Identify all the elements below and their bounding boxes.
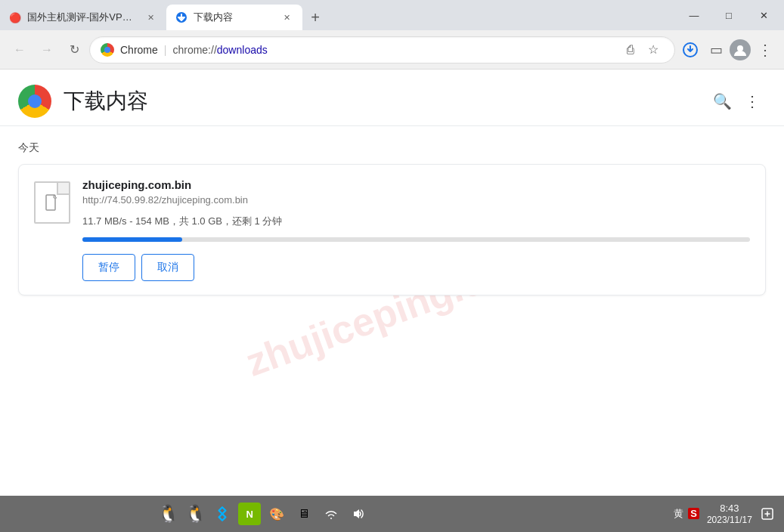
downloads-menu-button[interactable]: ⋮ [739, 88, 766, 115]
back-button[interactable]: ← [8, 38, 32, 62]
new-tab-button[interactable]: + [302, 5, 328, 30]
download-info: zhujiceping.com.bin http://74.50.99.82/z… [82, 178, 750, 281]
download-card: zhujiceping.com.bin http://74.50.99.82/z… [18, 164, 766, 295]
taskbar-icon-nvidia[interactable]: N [238, 503, 261, 525]
tab-active[interactable]: 下载内容 ✕ [166, 5, 302, 30]
reload-button[interactable]: ↻ [62, 38, 86, 62]
profile-button[interactable] [730, 39, 751, 60]
split-button[interactable]: ▭ [704, 38, 728, 62]
tab2-favicon [175, 11, 187, 23]
address-actions: ⎙ ☆ [620, 39, 664, 60]
clock[interactable]: 8:43 2023/11/17 [707, 503, 752, 525]
file-url: http://74.50.99.82/zhujiceping.com.bin [82, 194, 750, 206]
progress-bar-fill [82, 237, 182, 242]
tab2-close-button[interactable]: ✕ [280, 11, 293, 24]
taskbar-icon-qq2[interactable]: 🐧 [184, 503, 206, 525]
taskbar-icon-display[interactable]: 🖥 [293, 503, 315, 525]
clock-date: 2023/11/17 [707, 515, 752, 525]
tray-area: 黄 S 8:43 2023/11/17 [674, 503, 778, 525]
notification-button[interactable] [757, 503, 778, 524]
menu-button[interactable]: ⋮ [752, 38, 776, 62]
download-actions: 暂停 取消 [82, 254, 750, 281]
toolbar: ← → ↻ Chrome | chrome://downloads ⎙ ☆ [0, 30, 784, 70]
page-body: zhujiceping.com 今天 zhujiceping.com.bin h… [0, 126, 784, 496]
window: 🔴 国外主机测评-国外VPS， ✕ 下载内容 ✕ + — [0, 0, 784, 532]
pause-button[interactable]: 暂停 [82, 254, 135, 281]
filename: zhujiceping.com.bin [82, 178, 750, 191]
section-label: 今天 [18, 141, 766, 155]
tab2-title: 下载内容 [194, 11, 274, 24]
address-brand: Chrome [120, 44, 158, 56]
close-button[interactable]: ✕ [746, 0, 781, 30]
download-status-button[interactable] [678, 38, 702, 62]
minimize-button[interactable]: — [677, 0, 711, 30]
titlebar: 🔴 国外主机测评-国外VPS， ✕ 下载内容 ✕ + — [0, 0, 784, 30]
bookmark-button[interactable]: ☆ [643, 39, 664, 60]
tray-ime-text[interactable]: 黄 [674, 507, 683, 521]
page-title: 下载内容 [64, 87, 696, 116]
file-icon [34, 181, 70, 224]
taskbar-icon-wifi[interactable] [320, 503, 342, 525]
chrome-logo [18, 85, 51, 118]
taskbar-icon-qq1[interactable]: 🐧 [156, 503, 179, 525]
toolbar-right: ▭ ⋮ [678, 38, 776, 62]
svg-point-2 [737, 45, 743, 51]
downloads-page: 下载内容 🔍 ⋮ zhujiceping.com 今天 zhujiceping.… [0, 70, 784, 496]
maximize-button[interactable]: □ [711, 0, 746, 30]
page-header: 下载内容 🔍 ⋮ [0, 70, 784, 126]
tab-strip: 🔴 国外主机测评-国外VPS， ✕ 下载内容 ✕ + [0, 0, 677, 30]
tab1-close-button[interactable]: ✕ [144, 11, 157, 24]
address-separator: | [164, 44, 167, 56]
page-header-actions: 🔍 ⋮ [708, 88, 766, 115]
clock-time: 8:43 [720, 503, 739, 515]
address-url: chrome://downloads [172, 44, 614, 56]
taskbar: 🐧 🐧 N 🎨 🖥 [0, 496, 784, 532]
tab-inactive[interactable]: 🔴 国外主机测评-国外VPS， ✕ [0, 5, 166, 30]
taskbar-icon-bluetooth[interactable] [211, 503, 234, 525]
progress-bar-container [82, 237, 750, 242]
forward-button[interactable]: → [35, 38, 59, 62]
file-status: 11.7 MB/s - 154 MB，共 1.0 GB，还剩 1 分钟 [82, 215, 750, 228]
tab1-title: 国外主机测评-国外VPS， [27, 11, 138, 24]
cancel-button[interactable]: 取消 [141, 254, 194, 281]
window-controls: — □ ✕ [677, 0, 784, 30]
taskbar-icon-color[interactable]: 🎨 [265, 503, 288, 525]
chrome-favicon [101, 43, 114, 57]
share-button[interactable]: ⎙ [620, 39, 641, 60]
taskbar-icon-volume[interactable] [347, 503, 370, 525]
taskbar-icons: 🐧 🐧 N 🎨 🖥 [156, 503, 370, 525]
tab1-favicon: 🔴 [9, 11, 21, 23]
address-bar[interactable]: Chrome | chrome://downloads ⎙ ☆ [89, 36, 675, 63]
search-downloads-button[interactable]: 🔍 [708, 88, 736, 115]
tray-sougou-text[interactable]: S [688, 508, 699, 519]
